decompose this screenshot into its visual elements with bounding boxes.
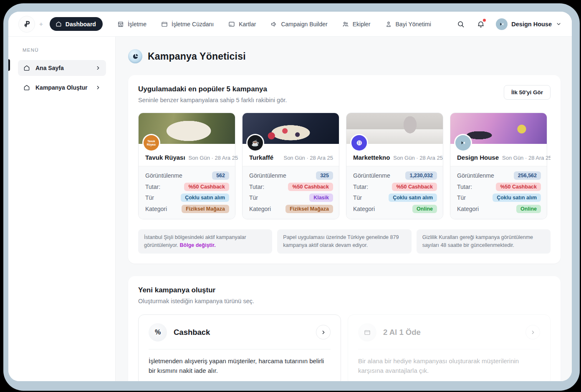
storefront-icon	[117, 20, 124, 28]
page-header: Kampanya Yöneticisi	[128, 49, 561, 63]
amount-badge: %50 Cashback	[392, 183, 437, 191]
campaign-name: Markettekno	[353, 154, 390, 161]
change-region-link[interactable]: Bölge değiştir.	[180, 242, 216, 248]
main-content: Kampanya Yöneticisi Uygulamadaki en popü…	[116, 37, 572, 381]
nav-item-bayi-yonetimi[interactable]: Bayi Yönetimi	[385, 20, 431, 28]
notification-dot	[483, 19, 486, 22]
chevron-down-icon	[556, 21, 562, 27]
app-window: + Dashboard İşletme	[8, 12, 572, 381]
campaign-name: Design House	[457, 154, 499, 161]
amount-badge: %50 Cashback	[288, 183, 333, 191]
type-label: Tür	[145, 194, 154, 201]
nav-item-isletme[interactable]: İşletme	[117, 20, 147, 28]
campaign-deadline: Son Gün · 28 Ara 25	[189, 155, 238, 161]
topbar-right: Design House	[456, 18, 562, 30]
views-badge: 325	[316, 171, 333, 180]
option-description: İşletmenden alışveriş yapan müşteriler, …	[149, 356, 331, 376]
type-badge: Çoklu satın alım	[493, 193, 541, 202]
sidebar: MENÜ Ana Sayfa Kampanya Oluştur	[8, 37, 116, 381]
views-label: Görüntülenme	[145, 172, 182, 179]
card-icon	[228, 20, 235, 28]
option-title: 2 Al 1 Öde	[383, 328, 421, 337]
home-icon	[23, 84, 30, 91]
category-label: Kategori	[145, 206, 167, 212]
option-title: Cashback	[174, 328, 210, 337]
category-badge: Online	[412, 205, 437, 213]
nav-item-isletme-cuzdani[interactable]: İşletme Cüzdanı	[161, 20, 214, 28]
note-privacy: Gizlilik Kuralları gereği kampanya görün…	[417, 229, 551, 254]
wallet-icon	[358, 323, 376, 342]
category-badge: Online	[516, 205, 541, 213]
category-badge: Fiziksel Mağaza	[182, 205, 229, 213]
papel-logo-icon[interactable]	[18, 16, 35, 33]
plus-icon[interactable]: +	[39, 20, 43, 28]
campaign-type-options: % Cashback İşletmenden alışveriş yapan m…	[138, 314, 551, 382]
page-title: Kampanya Yöneticisi	[148, 51, 246, 62]
design-house-avatar	[496, 18, 508, 30]
campaign-card[interactable]: ⊕ Markettekno Son Gün · 28 Ara 25 Görünt…	[346, 113, 443, 219]
campaign-card[interactable]: Design House Son Gün · 28 Ara 25 Görüntü…	[450, 113, 547, 219]
turkaffe-logo: ☕	[248, 135, 263, 151]
type-badge: Klasik	[309, 193, 333, 202]
campaign-stats: Görüntülenme325 Tutar:%50 Cashback TürKl…	[243, 166, 339, 219]
campaign-name: Turkaffé	[249, 154, 273, 161]
category-badge: Fiziksel Mağaza	[285, 205, 333, 213]
pie-chart-icon	[128, 49, 142, 63]
views-badge: 1,230,032	[405, 171, 437, 180]
active-indicator	[8, 59, 10, 71]
campaign-stats: Görüntülenme1,230,032 Tutar:%50 Cashback…	[346, 166, 443, 219]
nav-item-campaign-builder[interactable]: Campaign Builder	[270, 20, 327, 28]
top-navigation-bar: + Dashboard İşletme	[8, 12, 572, 37]
amount-badge: %50 Cashback	[184, 183, 229, 191]
tavuk-ruyasi-logo: TavukRüyası	[144, 135, 159, 151]
note-region: İstanbul Şişli bölgesindeki aktif kampan…	[138, 229, 272, 254]
popular-title: Uygulamadaki en popüler 5 kampanya	[138, 85, 287, 93]
info-notes-row: İstanbul Şişli bölgesindeki aktif kampan…	[138, 229, 551, 254]
campaign-card[interactable]: TavukRüyası Tavuk Rüyası Son Gün · 28 Ar…	[138, 113, 235, 219]
popular-campaigns-panel: Uygulamadaki en popüler 5 kampanya Senin…	[128, 75, 561, 264]
campaign-card[interactable]: ☕ Turkaffé Son Gün · 28 Ara 25 Görüntüle…	[242, 113, 339, 219]
markettekno-logo: ⊕	[351, 135, 367, 151]
nav-item-kartlar[interactable]: Kartlar	[228, 20, 256, 28]
home-icon	[23, 64, 30, 72]
chevron-right-button[interactable]	[316, 325, 331, 339]
sidebar-item-kampanya-olustur[interactable]: Kampanya Oluştur	[18, 80, 106, 95]
campaign-deadline: Son Gün · 28 Ara 25	[502, 155, 551, 161]
popular-subtitle: Seninle benzer kampanyalara sahip 5 fark…	[138, 97, 287, 103]
nav-item-ekipler[interactable]: Ekipler	[342, 20, 371, 28]
campaign-stats: Görüntülenme562 Tutar:%50 Cashback TürÇo…	[139, 166, 235, 219]
campaign-cards-row: TavukRüyası Tavuk Rüyası Son Gün · 28 Ar…	[138, 113, 551, 219]
create-campaign-panel: Yeni kampanya oluştur Oluşturmak istediğ…	[128, 276, 561, 382]
option-cashback[interactable]: % Cashback İşletmenden alışveriş yapan m…	[138, 314, 341, 382]
option-2al1ode[interactable]: 2 Al 1 Öde Bir alana bir hediye kampanya…	[348, 314, 551, 382]
note-active-campaigns: Papel uygulaması üzerinde Türkiye geneli…	[277, 229, 411, 254]
sidebar-item-ana-sayfa[interactable]: Ana Sayfa	[18, 60, 106, 76]
design-house-logo	[455, 135, 471, 151]
chevron-right-button[interactable]	[525, 325, 540, 339]
views-badge: 562	[212, 171, 229, 180]
megaphone-icon	[270, 20, 278, 28]
search-icon[interactable]	[456, 19, 466, 29]
see-top-50-button[interactable]: İlk 50'yi Gör	[504, 85, 551, 100]
team-icon	[342, 20, 349, 28]
percent-icon: %	[149, 323, 167, 342]
campaign-deadline: Son Gün · 28 Ara 25	[393, 155, 443, 161]
person-icon	[385, 20, 392, 28]
sidebar-section-label: MENÜ	[23, 48, 106, 53]
create-subtitle: Oluşturmak istediğin kampanya türünü seç…	[138, 298, 551, 304]
nav-item-dashboard[interactable]: Dashboard	[50, 17, 103, 31]
dessert-plate-photo: ☕	[243, 113, 339, 144]
campaign-stats: Görüntülenme256,562 Tutar:%50 Cashback T…	[450, 166, 547, 219]
option-description: Bir alana bir hediye kampanyası oluştura…	[358, 356, 540, 376]
office-counter-photo: ⊕	[346, 113, 443, 144]
type-badge: Çoklu satın alım	[389, 193, 437, 202]
type-badge: Çoklu satın alım	[181, 193, 229, 202]
bell-icon[interactable]	[476, 19, 486, 29]
chevron-right-icon	[95, 65, 101, 71]
nav-items: Dashboard İşletme İşletme Cüzdanı	[50, 17, 431, 31]
design-desk-photo	[450, 113, 547, 144]
amount-label: Tutar:	[145, 183, 160, 190]
user-menu[interactable]: Design House	[496, 18, 562, 30]
campaign-name: Tavuk Rüyası	[145, 154, 185, 161]
chevron-right-icon	[95, 85, 101, 90]
